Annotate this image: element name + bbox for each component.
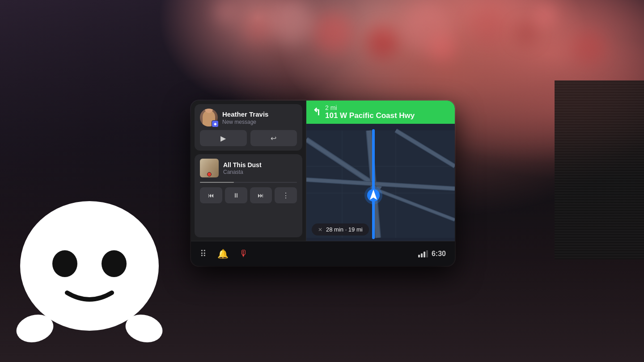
- music-header: All This Dust Canasta: [200, 159, 297, 177]
- discord-badge: ◆: [212, 120, 219, 127]
- music-app-badge: [207, 172, 212, 177]
- nav-banner: ↰ 2 mi 101 W Pacific Coast Hwy: [306, 101, 455, 124]
- bottom-right-status: 6:30: [418, 250, 446, 258]
- reply-message-button[interactable]: ↩: [250, 130, 297, 146]
- play-message-button[interactable]: ▶: [200, 130, 247, 146]
- bottom-left-icons: ⠿ 🔔 🎙: [200, 248, 248, 259]
- android-auto-screen: ◆ Heather Travis New message ▶ ↩: [191, 101, 455, 266]
- discord-logo: [13, 197, 165, 349]
- signal-bar-1: [418, 255, 420, 257]
- svg-point-24: [52, 250, 77, 277]
- message-card: ◆ Heather Travis New message ▶ ↩: [195, 104, 302, 151]
- message-info: Heather Travis New message: [222, 110, 297, 125]
- svg-point-25: [102, 250, 127, 277]
- progress-bar-fill: [200, 182, 234, 183]
- signal-bar-2: [421, 253, 423, 257]
- signal-bar-4: [426, 250, 428, 257]
- more-options-button[interactable]: ⋮: [275, 187, 297, 203]
- message-actions: ▶ ↩: [200, 130, 297, 146]
- message-header: ◆ Heather Travis New message: [200, 109, 297, 126]
- eta-pill: ✕ 28 min · 19 mi: [312, 223, 369, 236]
- signal-bar-3: [424, 252, 425, 257]
- music-controls: ⏮ ⏸ ⏭ ⋮: [200, 187, 297, 203]
- prev-track-button[interactable]: ⏮: [200, 187, 222, 203]
- nav-street: 101 W Pacific Coast Hwy: [325, 111, 449, 120]
- nav-info: 2 mi 101 W Pacific Coast Hwy: [325, 104, 449, 120]
- music-card: All This Dust Canasta ⏮ ⏸ ⏭ ⋮: [195, 154, 302, 237]
- nav-direction-arrow: ↰: [313, 106, 321, 118]
- screen-top-panels: ◆ Heather Travis New message ▶ ↩: [191, 101, 455, 241]
- message-subtitle: New message: [222, 119, 297, 125]
- eta-close-button[interactable]: ✕: [318, 227, 322, 233]
- speaker-grille: [555, 80, 644, 259]
- left-panel: ◆ Heather Travis New message ▶ ↩: [191, 101, 306, 241]
- song-title: All This Dust: [223, 161, 297, 168]
- album-art: [200, 159, 219, 177]
- map-panel: ↰ 2 mi 101 W Pacific Coast Hwy: [306, 101, 455, 241]
- eta-text: 28 min · 19 mi: [326, 226, 363, 233]
- svg-point-21: [20, 201, 159, 331]
- next-track-button[interactable]: ⏭: [250, 187, 272, 203]
- status-time: 6:30: [432, 250, 446, 258]
- discord-svg: [13, 197, 165, 349]
- contact-name: Heather Travis: [222, 110, 297, 118]
- progress-bar-container: [200, 182, 297, 183]
- pause-button[interactable]: ⏸: [225, 187, 247, 203]
- avatar-container: ◆: [200, 109, 218, 126]
- apps-icon[interactable]: ⠿: [200, 248, 207, 259]
- nav-distance: 2 mi: [325, 104, 449, 111]
- bottom-bar: ⠿ 🔔 🎙 6:30: [191, 241, 455, 266]
- artist-name: Canasta: [223, 169, 297, 175]
- notifications-icon[interactable]: 🔔: [217, 248, 229, 259]
- microphone-icon[interactable]: 🎙: [239, 248, 248, 259]
- music-info: All This Dust Canasta: [223, 161, 297, 175]
- signal-bars: [418, 250, 428, 257]
- discord-badge-icon: ◆: [214, 122, 216, 126]
